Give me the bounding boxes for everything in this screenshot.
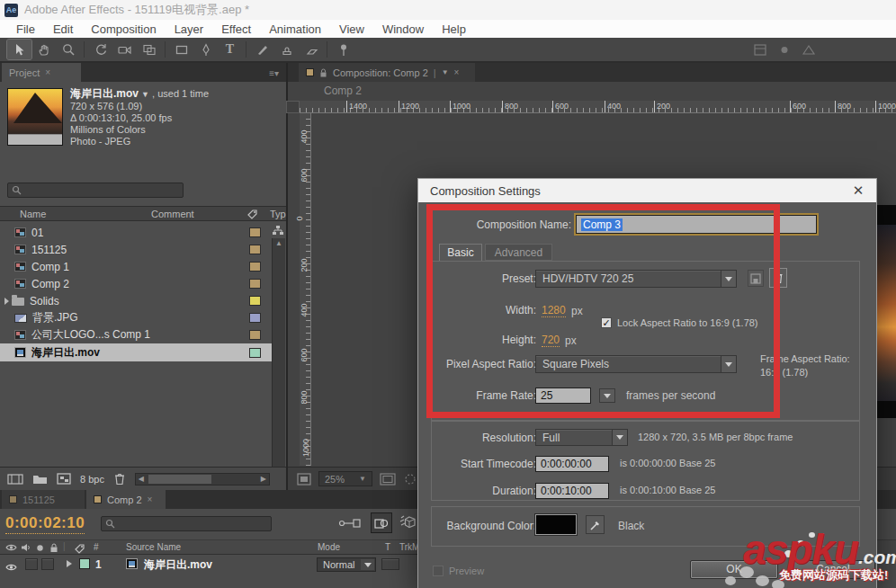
close-icon[interactable]: ×	[45, 67, 50, 77]
solo-toggle[interactable]	[41, 558, 54, 570]
pen-tool-icon[interactable]	[193, 40, 218, 59]
project-item-151125[interactable]: 151125	[0, 241, 272, 258]
label-color-chip[interactable]	[249, 313, 261, 323]
close-icon[interactable]: ✕	[849, 182, 867, 200]
tab-timeline-151125[interactable]: 151125	[2, 490, 85, 509]
column-comment[interactable]: Comment	[151, 209, 194, 219]
scroll-up-icon[interactable]: ▲	[273, 238, 285, 249]
project-horizontal-scrollbar[interactable]: ◀ ▶	[135, 473, 270, 486]
resolution-select[interactable]: Full	[535, 429, 628, 446]
mask-shape-tool-icon[interactable]	[169, 40, 193, 59]
zoom-tool-icon[interactable]	[56, 40, 80, 59]
selection-tool-icon[interactable]	[7, 40, 31, 59]
expand-arrow-icon[interactable]	[4, 298, 9, 305]
project-flowchart-icon[interactable]	[272, 224, 285, 236]
timeline-search-input[interactable]	[101, 516, 272, 531]
close-icon[interactable]: ×	[148, 494, 153, 504]
project-search-input[interactable]	[7, 183, 184, 198]
camera-tool-icon[interactable]	[112, 40, 137, 59]
start-timecode-input[interactable]: 0:00:00:00	[535, 456, 609, 472]
tab-timeline-comp2[interactable]: Comp 2 ×	[86, 490, 166, 509]
preview-checkbox[interactable]	[433, 566, 444, 576]
scrollbar-thumb[interactable]	[148, 475, 211, 484]
scroll-right-icon[interactable]: ▶	[258, 475, 269, 484]
workspace-icon[interactable]	[748, 40, 772, 59]
eraser-tool-icon[interactable]	[299, 40, 323, 59]
column-source-name[interactable]: Source Name	[126, 542, 181, 552]
label-color-chip[interactable]	[249, 296, 261, 306]
project-item-comp2[interactable]: Comp 2	[0, 275, 272, 292]
label-color-chip[interactable]	[249, 348, 261, 358]
column-number[interactable]: #	[94, 542, 99, 552]
vertical-ruler[interactable]: 400 600 0 200 400 600 800 1000	[300, 113, 311, 466]
project-vertical-scrollbar[interactable]: ▲	[272, 238, 285, 467]
brush-tool-icon[interactable]	[250, 40, 274, 59]
layer-expand-arrow-icon[interactable]	[67, 560, 72, 567]
menu-view[interactable]: View	[330, 22, 373, 36]
new-composition-icon[interactable]	[57, 473, 71, 485]
column-t[interactable]: T	[385, 542, 390, 552]
tab-composition-comp2[interactable]: Composition: Comp 2 | ▼ ×	[299, 63, 475, 82]
column-name[interactable]: Name	[20, 209, 46, 219]
menu-layer[interactable]: Layer	[166, 22, 213, 36]
eye-icon[interactable]	[5, 559, 17, 575]
layer-color-chip[interactable]	[79, 558, 90, 569]
menu-effect[interactable]: Effect	[212, 22, 260, 36]
project-item-bg-jpg[interactable]: 背景.JPG	[0, 309, 272, 326]
label-color-chip[interactable]	[249, 279, 261, 289]
sharing-icon[interactable]	[796, 40, 820, 59]
menu-file[interactable]: File	[7, 22, 44, 36]
type-tool-icon[interactable]: T	[218, 40, 242, 59]
chevron-down-icon[interactable]: ▼	[442, 68, 449, 76]
watermark-tagline: 免费网站源码下载站!	[779, 567, 888, 584]
frame-blending-icon[interactable]	[371, 512, 392, 533]
current-timecode[interactable]: 0:00:02:10	[5, 514, 85, 534]
menu-window[interactable]: Window	[373, 22, 433, 36]
menu-animation[interactable]: Animation	[260, 22, 330, 36]
menu-composition[interactable]: Composition	[82, 22, 165, 36]
trash-icon[interactable]	[113, 472, 126, 486]
audio-toggle[interactable]	[25, 558, 38, 570]
bit-depth-label[interactable]: 8 bpc	[80, 474, 104, 485]
snapshot-icon[interactable]	[403, 473, 417, 486]
clone-stamp-tool-icon[interactable]	[274, 40, 299, 59]
menu-edit[interactable]: Edit	[44, 22, 82, 36]
dialog-title-bar[interactable]: Composition Settings ✕	[418, 179, 876, 202]
label-color-chip[interactable]	[249, 245, 261, 254]
horizontal-ruler[interactable]: 1400 1200 1000 800 600 400 200 600 800 1…	[300, 101, 896, 113]
interpret-footage-icon[interactable]	[7, 473, 23, 486]
label-color-chip[interactable]	[249, 262, 261, 272]
background-color-swatch[interactable]	[535, 514, 577, 535]
chevron-down-icon[interactable]: ▼	[141, 90, 149, 99]
new-folder-icon[interactable]	[32, 473, 48, 485]
menu-help[interactable]: Help	[433, 22, 475, 36]
project-item-comp1[interactable]: Comp 1	[0, 258, 272, 275]
column-mode[interactable]: Mode	[318, 542, 340, 552]
column-type[interactable]: Type	[270, 209, 286, 219]
snap-icon[interactable]	[772, 40, 796, 59]
motion-blur-icon[interactable]	[398, 514, 417, 534]
eyedropper-button[interactable]	[586, 515, 605, 534]
layer-source-name[interactable]: 海岸日出.mov	[144, 557, 212, 573]
scroll-left-icon[interactable]: ◀	[136, 475, 147, 484]
pan-behind-tool-icon[interactable]	[137, 40, 161, 59]
safe-margins-icon[interactable]	[380, 473, 396, 486]
label-color-chip[interactable]	[249, 330, 261, 340]
composition-mini-flowchart-icon[interactable]	[338, 516, 362, 534]
hand-tool-icon[interactable]	[31, 40, 56, 59]
project-item-01[interactable]: 01	[0, 224, 272, 241]
project-item-sunrise-mov[interactable]: 海岸日出.mov	[0, 343, 272, 361]
blend-mode-select[interactable]: Normal	[317, 557, 376, 572]
magnification-icon[interactable]	[297, 473, 311, 486]
zoom-level-select[interactable]: 25% ▼	[318, 471, 372, 486]
label-color-chip[interactable]	[249, 227, 261, 237]
puppet-pin-tool-icon[interactable]	[331, 40, 355, 59]
panel-menu-icon[interactable]: ≡▾	[269, 68, 279, 78]
trkmat-select[interactable]	[381, 558, 399, 570]
rotate-tool-icon[interactable]	[88, 40, 112, 59]
project-item-logo-comp[interactable]: 公司大LOGO...s Comp 1	[0, 326, 272, 343]
duration-input[interactable]: 0:00:10:00	[535, 483, 609, 499]
project-item-solids[interactable]: Solids	[0, 292, 272, 309]
close-icon[interactable]: ×	[454, 67, 460, 77]
tab-project[interactable]: Project ×	[2, 63, 81, 82]
